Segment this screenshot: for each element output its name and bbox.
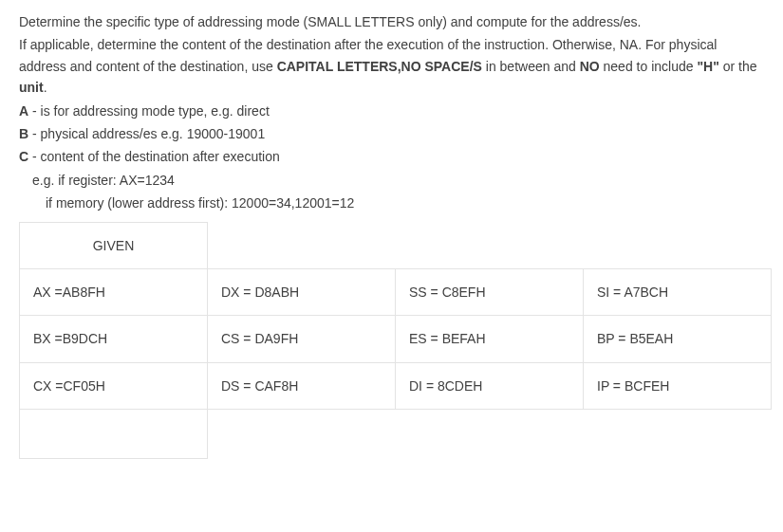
register-cell-es: ES = BEFAH <box>396 316 584 362</box>
text-segment: . <box>44 80 47 95</box>
bold-h: "H" <box>697 59 718 74</box>
empty-header <box>208 222 396 268</box>
table-row: CX =CF05H DS = CAF8H DI = 8CDEH IP = BCF… <box>20 362 772 409</box>
register-cell-di: DI = 8CDEH <box>396 362 584 409</box>
register-cell-ds: DS = CAF8H <box>208 362 396 409</box>
register-cell-ip: IP = BCFEH <box>584 362 772 409</box>
register-cell-bp: BP = B5EAH <box>584 316 772 362</box>
register-cell-ax: AX =AB8FH <box>20 268 208 315</box>
table-row-empty <box>20 410 772 459</box>
text-segment: or the <box>719 59 757 74</box>
register-cell-ss: SS = C8EFH <box>396 268 584 315</box>
register-cell-dx: DX = D8ABH <box>208 268 396 315</box>
instructions-block: Determine the specific type of addressin… <box>19 11 764 214</box>
text-segment: in between and <box>482 59 580 74</box>
table-header-row: GIVEN <box>20 222 772 268</box>
instruction-line-c: C - content of the destination after exe… <box>19 146 764 167</box>
bold-no: NO <box>580 59 600 74</box>
table-row: BX =B9DCH CS = DA9FH ES = BEFAH BP = B5E… <box>20 316 772 362</box>
given-header: GIVEN <box>20 222 208 268</box>
empty-cell <box>584 410 772 459</box>
instruction-line-c-eg2: if memory (lower address first): 12000=3… <box>19 193 764 213</box>
register-cell-cx: CX =CF05H <box>20 362 208 409</box>
bold-unit: unit <box>19 80 44 95</box>
text-segment: - is for addressing mode type, e.g. dire… <box>28 103 270 119</box>
empty-cell <box>396 410 584 459</box>
empty-cell <box>20 410 208 459</box>
empty-header <box>396 222 584 268</box>
instruction-line-2: If applicable, determine the content of … <box>19 34 764 98</box>
text-segment: - content of the destination after execu… <box>28 149 280 164</box>
table-row: AX =AB8FH DX = D8ABH SS = C8EFH SI = A7B… <box>20 268 772 315</box>
register-cell-bx: BX =B9DCH <box>20 316 208 362</box>
empty-header <box>584 222 772 268</box>
empty-cell <box>208 410 396 459</box>
instruction-line-b: B - physical address/es e.g. 19000-19001 <box>19 123 764 144</box>
register-cell-si: SI = A7BCH <box>584 268 772 315</box>
register-cell-cs: CS = DA9FH <box>208 316 396 362</box>
instruction-line-a: A - is for addressing mode type, e.g. di… <box>19 101 764 121</box>
text-segment: - physical address/es e.g. 19000-19001 <box>28 126 265 141</box>
text-segment: need to include <box>600 59 698 74</box>
label-c: C <box>19 149 28 164</box>
label-b: B <box>19 126 28 141</box>
instruction-line-1: Determine the specific type of addressin… <box>19 11 764 32</box>
label-a: A <box>19 103 28 119</box>
instruction-line-c-eg1: e.g. if register: AX=1234 <box>19 170 764 191</box>
given-table: GIVEN AX =AB8FH DX = D8ABH SS = C8EFH SI… <box>19 222 772 460</box>
bold-caps: CAPITAL LETTERS,NO SPACE/S <box>277 59 482 74</box>
